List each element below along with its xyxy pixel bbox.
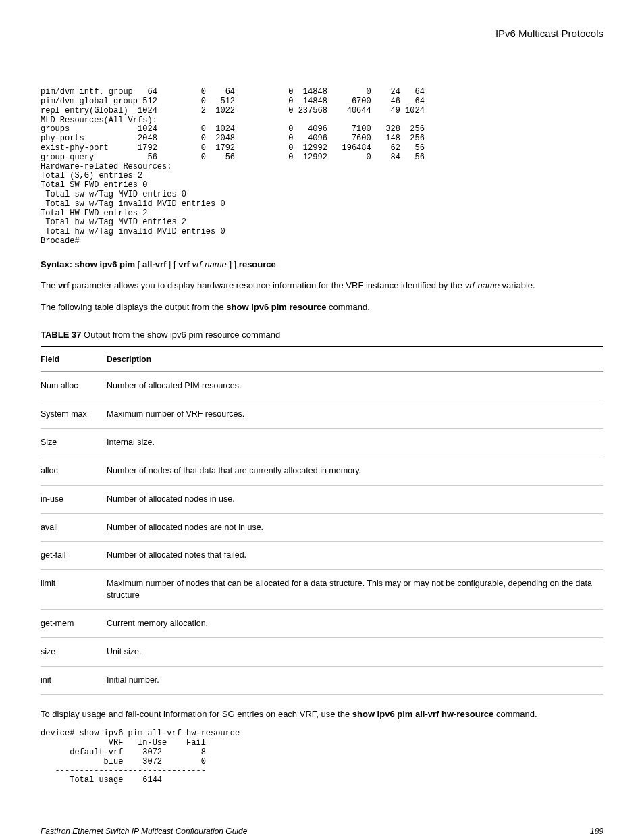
- field-cell: limit: [41, 570, 107, 610]
- footer-left: FastIron Ethernet Switch IP Multicast Co…: [41, 826, 247, 834]
- desc-cell: Number of allocated notes that failed.: [107, 542, 603, 570]
- syntax-bracket: [: [135, 259, 142, 269]
- field-cell: Size: [41, 428, 107, 457]
- th-desc: Description: [107, 346, 603, 371]
- footer-page: 189: [590, 826, 603, 834]
- p1-b1: vrf: [58, 280, 70, 290]
- syntax-resource: resource: [239, 259, 276, 269]
- desc-cell: Maximum number of nodes that can be allo…: [107, 570, 603, 610]
- table-row: sizeUnit size.: [41, 637, 603, 666]
- p2-b1: show ipv6 pim resource: [226, 302, 326, 312]
- p3-b1: show ipv6 pim all-vrf hw-resource: [352, 709, 494, 719]
- syntax-pipe: | [: [166, 259, 178, 269]
- paragraph-1: The vrf parameter allows you to display …: [41, 280, 603, 292]
- desc-cell: Maximum number of VRF resources.: [107, 400, 603, 429]
- code-block-2: device# show ipv6 pim all-vrf hw-resourc…: [41, 729, 603, 785]
- field-cell: alloc: [41, 457, 107, 485]
- field-cell: avail: [41, 513, 107, 542]
- desc-cell: Internal size.: [107, 428, 603, 457]
- p1-t2: parameter allows you to display hardware…: [70, 280, 465, 290]
- page-footer: FastIron Ethernet Switch IP Multicast Co…: [41, 826, 603, 834]
- desc-cell: Initial number.: [107, 666, 603, 694]
- p1-t3: variable.: [500, 280, 535, 290]
- p3-t2: command.: [493, 709, 537, 719]
- table-row: allocNumber of nodes of that data that a…: [41, 457, 603, 485]
- p2-t1: The following table displays the output …: [41, 302, 226, 312]
- desc-cell: Current memory allocation.: [107, 610, 603, 638]
- table-row: availNumber of allocated nodes are not i…: [41, 513, 603, 542]
- syntax-line: Syntax: show ipv6 pim [ all-vrf | [ vrf …: [41, 259, 603, 271]
- desc-cell: Number of allocated PIM resources.: [107, 372, 603, 400]
- syntax-vrfname: vrf-name: [192, 259, 226, 269]
- desc-cell: Number of allocated nodes in use.: [107, 485, 603, 513]
- table-row: SizeInternal size.: [41, 428, 603, 457]
- syntax-allvrf: all-vrf: [142, 259, 166, 269]
- field-cell: get-fail: [41, 542, 107, 570]
- footer-title: FastIron Ethernet Switch IP Multicast Co…: [41, 827, 247, 834]
- p1-i1: vrf-name: [465, 280, 500, 290]
- p3-t1: To display usage and fail-count informat…: [41, 709, 352, 719]
- p2-t2: command.: [326, 302, 369, 312]
- table-row: Num allocNumber of allocated PIM resourc…: [41, 372, 603, 400]
- field-cell: size: [41, 637, 107, 666]
- code-block-1: pim/dvm intf. group 64 0 64 0 14848 0 24…: [41, 88, 603, 246]
- field-cell: Num alloc: [41, 372, 107, 400]
- section-header: IPv6 Multicast Protocols: [41, 27, 603, 41]
- table-row: limitMaximum number of nodes that can be…: [41, 570, 603, 610]
- table-row: get-failNumber of allocated notes that f…: [41, 542, 603, 570]
- fields-table: Field Description Num allocNumber of all…: [41, 346, 603, 695]
- table-row: in-useNumber of allocated nodes in use.: [41, 485, 603, 513]
- paragraph-3: To display usage and fail-count informat…: [41, 708, 603, 721]
- field-cell: init: [41, 666, 107, 694]
- table-row: get-memCurrent memory allocation.: [41, 610, 603, 638]
- field-cell: get-mem: [41, 610, 107, 638]
- field-cell: System max: [41, 400, 107, 429]
- table-caption: TABLE 37 Output from the show ipv6 pim r…: [41, 329, 603, 341]
- th-field: Field: [41, 346, 107, 371]
- syntax-prefix: Syntax: show ipv6 pim: [41, 259, 135, 269]
- syntax-vrf: vrf: [178, 259, 190, 269]
- field-cell: in-use: [41, 485, 107, 513]
- table-caption-text: Output from the show ipv6 pim resource c…: [81, 330, 280, 340]
- desc-cell: Number of allocated nodes are not in use…: [107, 513, 603, 542]
- table-label: TABLE 37: [41, 330, 81, 340]
- table-row: System maxMaximum number of VRF resource…: [41, 400, 603, 429]
- p1-t1: The: [41, 280, 58, 290]
- desc-cell: Number of nodes of that data that are cu…: [107, 457, 603, 485]
- table-row: initInitial number.: [41, 666, 603, 694]
- paragraph-2: The following table displays the output …: [41, 301, 603, 313]
- syntax-close: ] ]: [227, 259, 239, 269]
- desc-cell: Unit size.: [107, 637, 603, 666]
